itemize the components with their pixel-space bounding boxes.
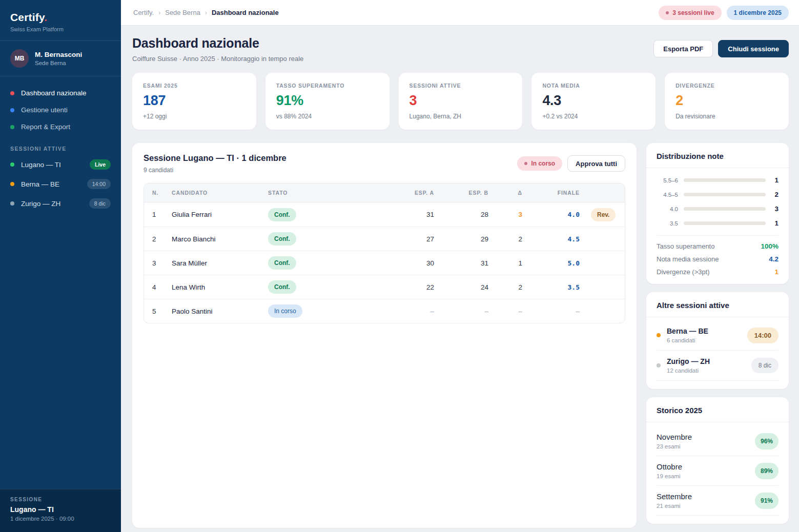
sidebar: Certify. Swiss Exam Platform MB M. Berna… [0, 0, 121, 532]
status-badge: Conf. [268, 280, 296, 294]
other-session-name: Berna — BE [667, 327, 708, 335]
cell-finale: – [522, 308, 580, 315]
table-row[interactable]: 3 Sara Müller Conf. 30 31 1 5.0 [144, 251, 625, 275]
col-header-finale: FINALE [522, 183, 580, 202]
session-dot-icon [10, 162, 14, 167]
logo-dot-icon: . [44, 11, 47, 23]
candidates-table: N. CANDIDATO STATO ESP. A ESP. B Δ FINAL… [144, 183, 625, 323]
session-label: Zurigo — ZH [21, 200, 60, 208]
stat-value: 4.3 [542, 93, 645, 109]
distribution-bar-row: 3.5 1 [657, 219, 778, 227]
cell-n: 5 [144, 308, 172, 315]
distribution-bar-row: 5.5–6 1 [657, 176, 778, 184]
sidebar-item-dashboard[interactable]: Dashboard nazionale [10, 85, 111, 101]
cell-delta: – [488, 308, 522, 315]
sidebar-item-users[interactable]: Gestione utenti [10, 101, 111, 118]
live-badge: Live [90, 159, 111, 170]
breadcrumb-current: Dashboard nazionale [212, 9, 279, 16]
app-logo[interactable]: Certify. [10, 11, 111, 24]
cell-n: 2 [144, 235, 172, 243]
stat-label: TASSO SUPERAMENTO [276, 83, 379, 89]
history-sub: 21 esami [657, 503, 692, 509]
pass-rate-badge: 96% [755, 433, 778, 449]
footer-session-title: Lugano — TI [10, 505, 111, 514]
cell-candidate: Giulia Ferrari [172, 211, 268, 218]
cell-esp-b: 31 [434, 259, 488, 267]
other-session-sub: 12 candidati [667, 367, 710, 374]
distribution-panel: Distribuzione note 5.5–6 1 4.5–5 2 [646, 143, 789, 284]
cell-n: 1 [144, 211, 172, 218]
cell-esp-a: 31 [380, 211, 434, 218]
table-header-row: N. CANDIDATO STATO ESP. A ESP. B Δ FINAL… [144, 183, 625, 202]
session-header: Sessione Lugano — TI · 1 dicembre 9 cand… [144, 153, 625, 174]
nav-label: Gestione utenti [21, 106, 68, 114]
stat-card-sessioni: SESSIONI ATTIVE 3 Lugano, Berna, ZH [399, 73, 523, 130]
stats-row: ESAMI 2025 187 +12 oggi TASSO SUPERAMENT… [132, 73, 789, 130]
export-pdf-button[interactable]: Esporta PDF [653, 40, 713, 57]
time-badge: 14:00 [747, 328, 778, 343]
bar-track [684, 193, 766, 196]
cell-candidate: Lena Wirth [172, 283, 268, 291]
bar-label: 4.0 [657, 206, 678, 212]
nav-label: Report & Export [21, 123, 70, 131]
session-label: Lugano — TI [21, 161, 61, 169]
other-sessions-title: Altre sessioni attive [646, 292, 789, 317]
sidebar-footer-session: SESSIONE Lugano — TI 1 dicembre 2025 · 0… [0, 489, 121, 532]
nav-dot-icon [10, 125, 14, 129]
page-content: Dashboard nazionale Coiffure Suisse · An… [121, 26, 799, 532]
breadcrumb-root[interactable]: Certify. [133, 9, 154, 16]
col-header-n: N. [144, 183, 172, 202]
sidebar-session-berna[interactable]: Berna — BE 14:00 [0, 174, 121, 194]
history-item[interactable]: Novembre 23 esami 96% [657, 426, 778, 456]
stat-sub: +0.2 vs 2024 [542, 113, 645, 120]
chevron-right-icon: › [158, 9, 160, 16]
sidebar-item-report[interactable]: Report & Export [10, 118, 111, 135]
status-badge: Conf. [268, 208, 296, 221]
session-actions: In corso Approva tutti [517, 155, 625, 172]
other-session-item[interactable]: Berna — BE 6 candidati 14:00 [657, 320, 778, 351]
sidebar-nav: Dashboard nazionale Gestione utenti Repo… [0, 76, 121, 138]
main-area: Certify. › Sede Berna › Dashboard nazion… [121, 0, 799, 532]
sidebar-session-lugano[interactable]: Lugano — TI Live [0, 155, 121, 174]
col-header-esp-b: ESP. B [434, 183, 488, 202]
breadcrumb-location[interactable]: Sede Berna [165, 9, 200, 16]
user-name: M. Bernasconi [35, 51, 82, 58]
history-item[interactable]: Ottobre 19 esami 89% [657, 456, 778, 486]
distribution-summary: Tasso superamento 100% Nota media sessio… [657, 235, 778, 276]
stat-label: ESAMI 2025 [143, 83, 245, 89]
close-session-button[interactable]: Chiudi sessione [718, 40, 789, 57]
cell-candidate: Paolo Santini [172, 308, 268, 315]
history-month: Ottobre [657, 462, 682, 471]
bar-value: 1 [771, 219, 778, 227]
table-row[interactable]: 5 Paolo Santini In corso – – – – [144, 299, 625, 323]
nav-dot-icon [10, 108, 14, 112]
col-header-delta: Δ [488, 183, 522, 202]
history-item[interactable]: Settembre 21 esami 91% [657, 486, 778, 516]
history-sub: 23 esami [657, 443, 692, 449]
cell-n: 3 [144, 259, 172, 267]
current-date-badge: 1 dicembre 2025 [727, 6, 789, 20]
sidebar-brand: Certify. Swiss Exam Platform [0, 0, 121, 41]
session-dot-icon [10, 201, 14, 206]
stat-value: 3 [409, 93, 512, 109]
history-sub: 19 esami [657, 473, 682, 479]
col-header-candidate: CANDIDATO [172, 183, 268, 202]
summary-value: 4.2 [769, 255, 778, 263]
table-row[interactable]: 1 Giulia Ferrari Conf. 31 28 3 4.0 Rev. [144, 202, 625, 227]
user-profile[interactable]: MB M. Bernasconi Sede Berna [0, 41, 121, 76]
col-header-tag [580, 187, 625, 199]
table-row[interactable]: 2 Marco Bianchi Conf. 27 29 2 4.5 [144, 227, 625, 251]
approve-all-button[interactable]: Approva tutti [567, 155, 625, 172]
sidebar-session-zurigo[interactable]: Zurigo — ZH 8 dic [0, 194, 121, 213]
history-title: Storico 2025 [646, 397, 789, 422]
other-session-item[interactable]: Zurigo — ZH 12 candidati 8 dic [657, 351, 778, 381]
live-dot-icon [666, 11, 669, 14]
bar-label: 5.5–6 [657, 177, 678, 183]
other-sessions-panel: Altre sessioni attive Berna — BE 6 candi… [646, 292, 789, 389]
date-badge: 8 dic [89, 198, 111, 209]
bar-label: 4.5–5 [657, 192, 678, 198]
live-dot-icon [524, 162, 527, 165]
table-row[interactable]: 4 Lena Wirth Conf. 22 24 2 3.5 [144, 275, 625, 299]
stat-card-nota: NOTA MEDIA 4.3 +0.2 vs 2024 [531, 73, 655, 130]
breadcrumb: Certify. › Sede Berna › Dashboard nazion… [133, 9, 279, 16]
